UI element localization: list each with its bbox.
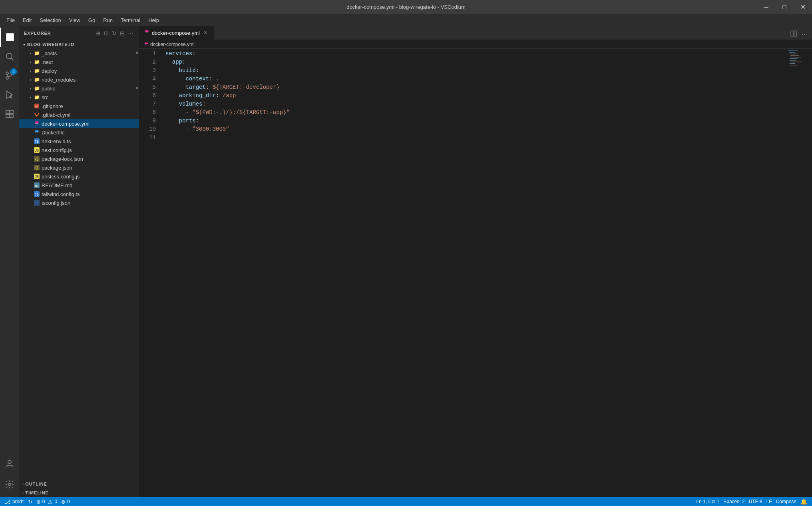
posts-arrow: › [27, 51, 34, 56]
new-file-icon[interactable]: ⊕ [95, 29, 102, 37]
tree-file-gitlab[interactable]: › .gitlab-ci.yml [19, 110, 139, 119]
public-label: public [42, 86, 55, 92]
tree-file-tsconfig[interactable]: › TS tsconfig.json [19, 198, 139, 207]
next-config-label: next.config.js [42, 147, 72, 153]
activity-account[interactable] [0, 454, 19, 473]
menu-go[interactable]: Go [85, 16, 98, 25]
language-label: Compose [776, 499, 796, 504]
tree-file-tailwind[interactable]: › TS tailwind.config.ts [19, 190, 139, 198]
more-actions-icon[interactable]: ⋯ [127, 29, 134, 37]
svg-point-2 [6, 53, 12, 59]
status-encoding[interactable]: UTF-8 [747, 497, 764, 506]
activity-source-control[interactable]: 4 [0, 66, 19, 85]
menu-terminal[interactable]: Terminal [117, 16, 143, 25]
collapse-icon[interactable]: ⊟ [119, 29, 125, 37]
tab-docker-icon [144, 30, 149, 36]
activity-search[interactable] [0, 47, 19, 66]
minimap [782, 49, 806, 497]
menu-view[interactable]: View [66, 16, 84, 25]
svg-rect-23 [35, 132, 36, 132]
tree-file-next-config[interactable]: › JS next.config.js [19, 146, 139, 154]
tree-root-folder[interactable]: ▾ BLOG-WIREGATE-IO [19, 40, 139, 49]
deploy-folder-icon: 📁 [34, 68, 40, 74]
outline-header[interactable]: › OUTLINE [19, 480, 139, 488]
tree-folder-deploy[interactable]: › 📁 deploy [19, 66, 139, 75]
menu-run[interactable]: Run [100, 16, 116, 25]
activity-extensions[interactable] [0, 104, 19, 124]
activity-settings[interactable] [0, 475, 19, 494]
docker-compose-icon [34, 121, 40, 126]
new-folder-icon[interactable]: ⊡ [103, 29, 109, 37]
status-branch[interactable]: ⎇ prod* [3, 497, 26, 506]
posts-label: _posts [42, 50, 57, 56]
breadcrumb: docker-compose.yml [139, 40, 812, 49]
code-line-4: context: . [165, 75, 782, 83]
readme-label: README.md [42, 182, 72, 188]
status-eol[interactable]: LF [765, 497, 774, 506]
close-button[interactable]: ✕ [794, 0, 812, 14]
status-no-problems[interactable]: ⊗ 0 [60, 497, 72, 506]
code-line-2: app: [165, 58, 782, 66]
no-problems-label: 0 [67, 499, 70, 504]
tab-close-docker-compose[interactable]: ✕ [202, 30, 209, 36]
svg-rect-56 [790, 60, 796, 61]
tree-file-docker-compose[interactable]: › docker-compose.yml [19, 119, 139, 128]
tree-file-gitignore[interactable]: › gi .gitignore [19, 102, 139, 110]
node-modules-label: node_modules [42, 77, 76, 83]
svg-point-4 [6, 72, 8, 74]
status-language[interactable]: Compose [774, 497, 798, 506]
svg-text:gi: gi [35, 105, 38, 108]
status-right: Ln 1, Col 1 Spaces: 2 UTF-8 LF Compose 🔔 [695, 497, 809, 506]
code-line-1: services: [165, 50, 782, 58]
tree-folder-posts[interactable]: › 📁 _posts [19, 49, 139, 58]
status-spaces[interactable]: Spaces: 2 [722, 497, 746, 506]
tree-file-postcss[interactable]: › JS postcss.config.js [19, 172, 139, 181]
activity-run[interactable] [0, 85, 19, 104]
status-sync[interactable]: ↻ [26, 497, 34, 506]
code-area[interactable]: services: app: build: context: . target:… [159, 49, 782, 497]
eol-label: LF [766, 499, 772, 504]
line-numbers: 1 2 3 4 5 6 7 8 9 10 11 [139, 49, 159, 497]
activity-explorer[interactable] [0, 28, 19, 47]
minimize-button[interactable]: ─ [757, 0, 775, 14]
timeline-header[interactable]: › TIMELINE [19, 488, 139, 497]
split-editor-icon[interactable] [789, 29, 798, 40]
status-errors[interactable]: ⊗ 0 ⚠ 0 [35, 497, 59, 506]
menu-selection[interactable]: Selection [36, 16, 64, 25]
warning-icon: ⚠ [48, 499, 53, 505]
tsconfig-label: tsconfig.json [42, 200, 70, 206]
tree-folder-public[interactable]: › 📁 public [19, 84, 139, 93]
posts-folder-icon: 📁 [34, 50, 40, 56]
status-cursor[interactable]: Ln 1, Col 1 [695, 497, 721, 506]
ts-icon-tailwind: TS [34, 191, 40, 197]
tab-docker-compose[interactable]: docker-compose.yml ✕ [139, 26, 214, 40]
tree-file-package-lock[interactable]: › {} package-lock.json [19, 154, 139, 163]
refresh-icon[interactable]: ↻ [111, 29, 117, 37]
svg-rect-49 [147, 44, 147, 44]
svg-rect-54 [790, 57, 802, 58]
tree-file-dockerfile[interactable]: › Dockerfile [19, 128, 139, 137]
public-folder-icon: 📁 [34, 86, 40, 91]
status-bell[interactable]: 🔔 [799, 497, 809, 506]
svg-rect-57 [790, 62, 802, 62]
package-lock-label: package-lock.json [42, 156, 83, 162]
menu-file[interactable]: File [3, 16, 18, 25]
code-line-11 [165, 134, 782, 142]
editor-scrollbar[interactable] [806, 49, 812, 497]
tsconfig-icon: TS [34, 200, 40, 206]
menu-edit[interactable]: Edit [20, 16, 35, 25]
more-editor-actions-icon[interactable]: ⋯ [800, 30, 809, 39]
tree-file-readme[interactable]: › MD README.md [19, 181, 139, 190]
postcss-label: postcss.config.js [42, 174, 80, 180]
tree-file-package[interactable]: › {} package.json [19, 163, 139, 172]
svg-text:TS: TS [35, 202, 38, 205]
tree-folder-node-modules[interactable]: › 📁 node_modules [19, 75, 139, 84]
maximize-button[interactable]: □ [775, 0, 794, 14]
tree-folder-src[interactable]: › 📁 src [19, 93, 139, 102]
tree-file-next-env[interactable]: › TS next-env.d.ts [19, 137, 139, 146]
explorer-tree: ▾ BLOG-WIREGATE-IO › 📁 _posts › 📁 .next [19, 40, 139, 480]
breadcrumb-file-name[interactable]: docker-compose.yml [150, 42, 195, 47]
menu-help[interactable]: Help [145, 16, 162, 25]
svg-point-17 [8, 483, 11, 486]
tree-folder-next[interactable]: › 📁 .next [19, 58, 139, 66]
